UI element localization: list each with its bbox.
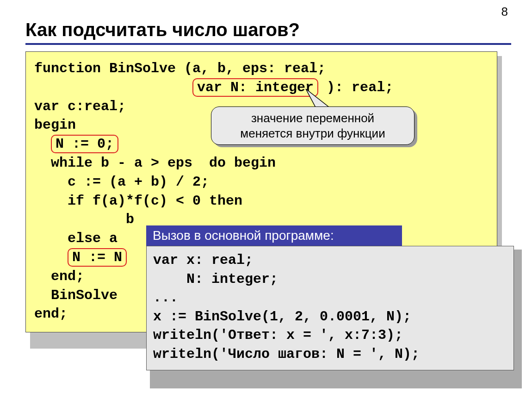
code-line: ...: [153, 288, 507, 307]
code-line: var N: integer ): real;: [34, 78, 489, 97]
callout-text-line: меняется внутри функции: [218, 126, 408, 141]
highlight-var-n: var N: integer: [192, 78, 318, 97]
code-line: writeln('Ответ: x = ', x:7:3);: [153, 326, 507, 345]
subcode-wrap: Вызов в основной программе: var x: real;…: [146, 225, 514, 370]
callout: значение переменной меняется внутри функ…: [211, 106, 414, 145]
indent: [34, 250, 68, 265]
code-line: c := (a + b) / 2;: [34, 173, 489, 192]
code-line: while b - a > eps do begin: [34, 154, 489, 173]
code-line: var x: real;: [153, 251, 507, 270]
slide: 8 Как подсчитать число шагов? function B…: [0, 0, 532, 400]
highlight-n-init: N := 0;: [51, 135, 118, 153]
code-line: N: integer;: [153, 270, 507, 289]
subcode-title: Вызов в основной программе:: [146, 225, 402, 246]
page-number: 8: [501, 5, 508, 19]
code-line: if f(a)*f(c) < 0 then: [34, 192, 489, 211]
title-underline: [25, 43, 511, 45]
callout-text-line: значение переменной: [218, 111, 408, 126]
slide-title: Как подсчитать число шагов?: [25, 19, 511, 40]
code-line: writeln('Число шагов: N = ', N);: [153, 345, 507, 364]
code-line: function BinSolve (a, b, eps: real;: [34, 59, 489, 78]
indent: [34, 136, 51, 152]
indent: [34, 80, 192, 95]
callout-box: значение переменной меняется внутри функ…: [211, 106, 414, 145]
highlight-n-inc: N := N: [68, 248, 127, 267]
code-line: x := BinSolve(1, 2, 0.0001, N);: [153, 307, 507, 326]
subcode-block: var x: real; N: integer; ... x := BinSol…: [146, 246, 514, 370]
